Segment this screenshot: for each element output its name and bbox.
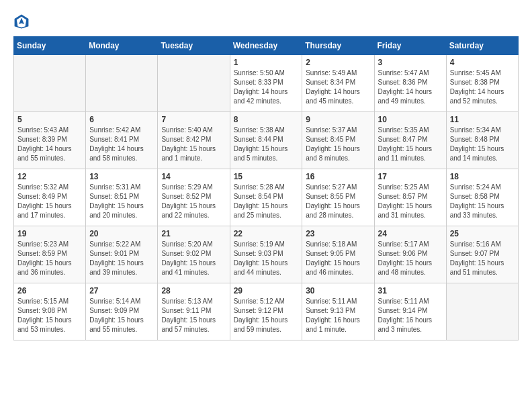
day-info: Sunrise: 5:43 AM Sunset: 8:39 PM Dayligh… — [17, 126, 82, 163]
day-number: 6 — [89, 115, 154, 124]
day-info: Sunrise: 5:40 AM Sunset: 8:42 PM Dayligh… — [161, 126, 226, 163]
day-number: 9 — [306, 115, 370, 124]
day-info: Sunrise: 5:50 AM Sunset: 8:33 PM Dayligh… — [234, 68, 299, 106]
calendar-day-cell: 10Sunrise: 5:35 AM Sunset: 8:47 PM Dayli… — [374, 112, 446, 169]
day-info: Sunrise: 5:24 AM Sunset: 8:58 PM Dayligh… — [450, 183, 515, 220]
calendar-day-cell: 15Sunrise: 5:28 AM Sunset: 8:54 PM Dayli… — [230, 169, 302, 226]
day-number: 12 — [17, 172, 82, 181]
day-info: Sunrise: 5:23 AM Sunset: 8:59 PM Dayligh… — [17, 240, 82, 277]
day-info: Sunrise: 5:16 AM Sunset: 9:07 PM Dayligh… — [450, 240, 515, 277]
calendar-day-cell: 12Sunrise: 5:32 AM Sunset: 8:49 PM Dayli… — [14, 169, 86, 226]
calendar-day-cell: 13Sunrise: 5:31 AM Sunset: 8:51 PM Dayli… — [86, 169, 158, 226]
day-number: 14 — [161, 172, 226, 181]
day-info: Sunrise: 5:31 AM Sunset: 8:51 PM Dayligh… — [89, 183, 154, 220]
day-number: 22 — [234, 229, 299, 238]
day-number: 27 — [89, 286, 154, 295]
day-number: 13 — [89, 172, 154, 181]
calendar-day-cell: 20Sunrise: 5:22 AM Sunset: 9:01 PM Dayli… — [86, 226, 158, 283]
day-number: 5 — [17, 115, 82, 124]
day-number: 23 — [306, 229, 370, 238]
calendar-day-cell — [158, 55, 230, 112]
calendar-day-cell: 23Sunrise: 5:18 AM Sunset: 9:05 PM Dayli… — [302, 226, 374, 283]
day-number: 8 — [234, 115, 299, 124]
day-number: 15 — [234, 172, 299, 181]
calendar-day-cell: 2Sunrise: 5:49 AM Sunset: 8:34 PM Daylig… — [302, 55, 374, 112]
calendar-day-cell: 5Sunrise: 5:43 AM Sunset: 8:39 PM Daylig… — [14, 112, 86, 169]
day-info: Sunrise: 5:34 AM Sunset: 8:48 PM Dayligh… — [450, 126, 515, 163]
calendar-day-cell — [446, 283, 518, 340]
calendar-week-row: 19Sunrise: 5:23 AM Sunset: 8:59 PM Dayli… — [14, 226, 519, 283]
calendar-day-cell: 3Sunrise: 5:47 AM Sunset: 8:36 PM Daylig… — [374, 55, 446, 112]
day-number: 26 — [17, 286, 82, 295]
calendar-day-cell: 9Sunrise: 5:37 AM Sunset: 8:45 PM Daylig… — [302, 112, 374, 169]
calendar-day-cell: 18Sunrise: 5:24 AM Sunset: 8:58 PM Dayli… — [446, 169, 518, 226]
day-info: Sunrise: 5:17 AM Sunset: 9:06 PM Dayligh… — [378, 240, 443, 277]
calendar-day-cell: 7Sunrise: 5:40 AM Sunset: 8:42 PM Daylig… — [158, 112, 230, 169]
calendar-day-cell: 31Sunrise: 5:11 AM Sunset: 9:14 PM Dayli… — [374, 283, 446, 340]
calendar-day-cell: 28Sunrise: 5:13 AM Sunset: 9:11 PM Dayli… — [158, 283, 230, 340]
day-info: Sunrise: 5:18 AM Sunset: 9:05 PM Dayligh… — [306, 240, 370, 277]
weekday-header-monday: Monday — [86, 37, 158, 55]
calendar-day-cell: 8Sunrise: 5:38 AM Sunset: 8:44 PM Daylig… — [230, 112, 302, 169]
calendar-week-row: 1Sunrise: 5:50 AM Sunset: 8:33 PM Daylig… — [14, 55, 519, 112]
day-info: Sunrise: 5:45 AM Sunset: 8:38 PM Dayligh… — [450, 68, 515, 106]
day-info: Sunrise: 5:47 AM Sunset: 8:36 PM Dayligh… — [378, 68, 443, 106]
day-info: Sunrise: 5:12 AM Sunset: 9:12 PM Dayligh… — [234, 297, 299, 334]
calendar-day-cell — [86, 55, 158, 112]
weekday-header-sunday: Sunday — [14, 37, 86, 55]
calendar-day-cell: 27Sunrise: 5:14 AM Sunset: 9:09 PM Dayli… — [86, 283, 158, 340]
day-info: Sunrise: 5:42 AM Sunset: 8:41 PM Dayligh… — [89, 126, 154, 163]
calendar-day-cell: 30Sunrise: 5:11 AM Sunset: 9:13 PM Dayli… — [302, 283, 374, 340]
weekday-header-thursday: Thursday — [302, 37, 374, 55]
calendar-day-cell: 22Sunrise: 5:19 AM Sunset: 9:03 PM Dayli… — [230, 226, 302, 283]
day-info: Sunrise: 5:32 AM Sunset: 8:49 PM Dayligh… — [17, 183, 82, 220]
day-info: Sunrise: 5:15 AM Sunset: 9:08 PM Dayligh… — [17, 297, 82, 334]
calendar-day-cell — [14, 55, 86, 112]
day-number: 4 — [450, 58, 515, 67]
day-info: Sunrise: 5:28 AM Sunset: 8:54 PM Dayligh… — [234, 183, 299, 220]
page-header — [13, 13, 519, 30]
day-info: Sunrise: 5:27 AM Sunset: 8:55 PM Dayligh… — [306, 183, 370, 220]
logo — [13, 13, 32, 30]
day-info: Sunrise: 5:19 AM Sunset: 9:03 PM Dayligh… — [234, 240, 299, 277]
day-info: Sunrise: 5:37 AM Sunset: 8:45 PM Dayligh… — [306, 126, 370, 163]
day-number: 17 — [378, 172, 443, 181]
day-number: 19 — [17, 229, 82, 238]
calendar-day-cell: 4Sunrise: 5:45 AM Sunset: 8:38 PM Daylig… — [446, 55, 518, 112]
day-info: Sunrise: 5:35 AM Sunset: 8:47 PM Dayligh… — [378, 126, 443, 163]
day-number: 20 — [89, 229, 154, 238]
calendar-week-row: 26Sunrise: 5:15 AM Sunset: 9:08 PM Dayli… — [14, 283, 519, 340]
day-info: Sunrise: 5:38 AM Sunset: 8:44 PM Dayligh… — [234, 126, 299, 163]
day-number: 28 — [161, 286, 226, 295]
calendar-day-cell: 21Sunrise: 5:20 AM Sunset: 9:02 PM Dayli… — [158, 226, 230, 283]
calendar-day-cell: 14Sunrise: 5:29 AM Sunset: 8:52 PM Dayli… — [158, 169, 230, 226]
day-info: Sunrise: 5:13 AM Sunset: 9:11 PM Dayligh… — [161, 297, 226, 334]
day-info: Sunrise: 5:29 AM Sunset: 8:52 PM Dayligh… — [161, 183, 226, 220]
day-info: Sunrise: 5:11 AM Sunset: 9:14 PM Dayligh… — [378, 297, 443, 334]
day-number: 7 — [161, 115, 226, 124]
calendar-day-cell: 6Sunrise: 5:42 AM Sunset: 8:41 PM Daylig… — [86, 112, 158, 169]
day-info: Sunrise: 5:11 AM Sunset: 9:13 PM Dayligh… — [306, 297, 370, 334]
day-info: Sunrise: 5:14 AM Sunset: 9:09 PM Dayligh… — [89, 297, 154, 334]
weekday-header-friday: Friday — [374, 37, 446, 55]
calendar-day-cell: 19Sunrise: 5:23 AM Sunset: 8:59 PM Dayli… — [14, 226, 86, 283]
calendar-day-cell: 1Sunrise: 5:50 AM Sunset: 8:33 PM Daylig… — [230, 55, 302, 112]
day-number: 21 — [161, 229, 226, 238]
day-number: 3 — [378, 58, 443, 67]
day-number: 29 — [234, 286, 299, 295]
calendar-table: SundayMondayTuesdayWednesdayThursdayFrid… — [13, 36, 519, 340]
calendar-header-row: SundayMondayTuesdayWednesdayThursdayFrid… — [14, 37, 519, 55]
day-number: 16 — [306, 172, 370, 181]
day-number: 31 — [378, 286, 443, 295]
weekday-header-wednesday: Wednesday — [230, 37, 302, 55]
day-number: 10 — [378, 115, 443, 124]
calendar-day-cell: 16Sunrise: 5:27 AM Sunset: 8:55 PM Dayli… — [302, 169, 374, 226]
generalblue-logo-icon — [13, 13, 30, 30]
day-number: 11 — [450, 115, 515, 124]
calendar-day-cell: 26Sunrise: 5:15 AM Sunset: 9:08 PM Dayli… — [14, 283, 86, 340]
day-info: Sunrise: 5:20 AM Sunset: 9:02 PM Dayligh… — [161, 240, 226, 277]
calendar-day-cell: 29Sunrise: 5:12 AM Sunset: 9:12 PM Dayli… — [230, 283, 302, 340]
weekday-header-tuesday: Tuesday — [158, 37, 230, 55]
day-info: Sunrise: 5:25 AM Sunset: 8:57 PM Dayligh… — [378, 183, 443, 220]
calendar-day-cell: 17Sunrise: 5:25 AM Sunset: 8:57 PM Dayli… — [374, 169, 446, 226]
